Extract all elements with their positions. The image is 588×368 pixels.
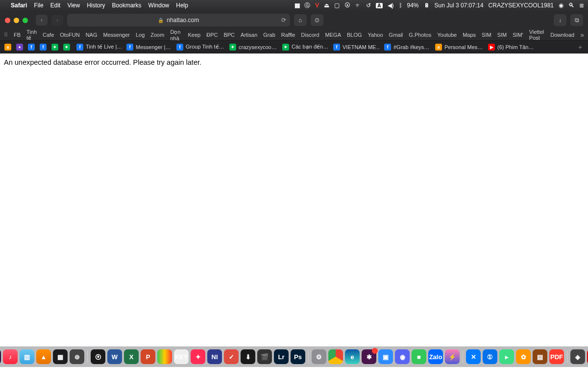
username[interactable]: CRAZYSEXYCOOL1981 <box>489 2 554 9</box>
pet-app[interactable]: ✿ <box>516 349 531 364</box>
fav-item[interactable]: Log <box>136 32 145 38</box>
fav-item[interactable]: Yahoo <box>368 32 383 38</box>
fav-item[interactable]: SIM <box>497 32 507 38</box>
db-app[interactable]: ▤ <box>533 349 547 364</box>
media-pause-icon[interactable]: ▮▮ <box>294 2 299 9</box>
back-button[interactable]: ‹ <box>36 15 48 26</box>
bookmark-item[interactable]: aPersonal Mes… <box>432 42 483 52</box>
address-bar[interactable]: 🔒 nhattao.com ⟳ <box>67 14 290 26</box>
zoom-app[interactable]: ▣ <box>378 349 393 364</box>
excel-app[interactable]: X <box>124 349 139 364</box>
fav-item[interactable]: FB <box>14 32 21 38</box>
close-window[interactable] <box>5 18 10 23</box>
bookmark-item[interactable]: ● <box>15 42 24 52</box>
android-app[interactable]: ▸ <box>499 349 514 364</box>
messenger-app[interactable]: ⚡ <box>445 349 460 364</box>
tv-app[interactable]: ▦ <box>53 349 68 364</box>
grammarly-icon[interactable]: Ⓖ <box>304 1 310 10</box>
ak-app[interactable]: ✦ <box>191 349 205 364</box>
premiere-app[interactable]: Pr <box>0 349 1 364</box>
music-app[interactable]: ♪ <box>3 349 18 364</box>
discord-app[interactable]: ◉ <box>395 349 410 364</box>
bluetooth-icon[interactable]: ᛒ <box>399 2 402 9</box>
new-tab-button[interactable]: + <box>575 42 585 52</box>
vlc-app[interactable]: ▲ <box>36 349 51 364</box>
bookmark-item[interactable]: a <box>3 42 13 52</box>
menu-window[interactable]: Window <box>148 2 170 9</box>
bookmark-item[interactable]: fTinh tế Live |… <box>74 42 122 52</box>
bookmark-item[interactable]: ✦ <box>50 42 60 52</box>
word-app[interactable]: W <box>107 349 122 364</box>
onepassword-app[interactable]: ⦿ <box>91 349 105 364</box>
todoist-app[interactable]: ✓ <box>224 349 239 364</box>
slack-app[interactable]: ✱ <box>362 349 376 364</box>
jdownloader-app[interactable]: ⬇ <box>241 349 255 364</box>
spotlight-icon[interactable]: 🔍︎ <box>568 2 574 9</box>
bookmark-item[interactable]: ✦Các bạn đến… <box>279 42 328 52</box>
fav-item[interactable]: MEGA <box>325 32 341 38</box>
fav-item[interactable]: SIM' <box>513 32 523 38</box>
fastuser-icon[interactable]: ◉ <box>559 2 564 9</box>
fav-item[interactable]: Dọn nhà <box>170 29 182 40</box>
reload-button[interactable]: ⟳ <box>281 17 286 24</box>
fav-item[interactable]: BLOG <box>347 32 362 38</box>
edge-app[interactable]: e <box>345 349 360 364</box>
menu-bookmarks[interactable]: Bookmarks <box>112 2 142 9</box>
v-icon[interactable]: V <box>315 2 319 9</box>
downloads-button[interactable]: ⊙ <box>311 14 323 26</box>
lightroom-app[interactable]: Lr <box>274 349 289 364</box>
menu-history[interactable]: History <box>87 2 105 9</box>
fav-item[interactable]: OtoFUN <box>60 32 79 38</box>
bookmark-item[interactable]: f <box>38 42 48 52</box>
fav-item[interactable]: Youtube <box>437 32 457 38</box>
colorpicker-app[interactable] <box>157 349 172 364</box>
folder-app[interactable]: ▥ <box>20 349 34 364</box>
fav-item[interactable]: Raffle <box>281 32 295 38</box>
forward-button[interactable]: › <box>51 15 63 26</box>
fav-item[interactable]: Artisan <box>241 32 257 38</box>
display-icon[interactable]: ▢ <box>334 2 340 9</box>
bookmark-item[interactable]: ✦crazysexycoo… <box>226 42 277 52</box>
fav-item[interactable]: ĐPC <box>206 32 218 38</box>
minimize-window[interactable] <box>14 18 19 23</box>
home-button[interactable]: ⌂ <box>294 14 307 26</box>
clapper-app[interactable]: 🎬 <box>257 349 272 364</box>
menu-help[interactable]: Help <box>176 2 188 9</box>
xa-app[interactable]: ✕ <box>466 349 481 364</box>
bookmark-item[interactable]: ✦ <box>62 42 72 52</box>
hotspot-icon[interactable]: ⦿ <box>344 2 350 9</box>
fav-item[interactable]: Viettel Post <box>529 29 544 40</box>
btt-app[interactable]: ⊚ <box>70 349 84 364</box>
app-name[interactable]: Safari <box>11 2 27 9</box>
facetime-app[interactable]: ■ <box>412 349 426 364</box>
fav-item[interactable]: Grab <box>263 32 275 38</box>
timemachine-icon[interactable]: ↺ <box>366 2 371 9</box>
tabs-button[interactable]: ⧉ <box>570 14 583 26</box>
systemprefs-app[interactable]: ⚙ <box>312 349 326 364</box>
bookmark-item[interactable]: fVIETNAM ME… <box>330 42 379 52</box>
controlcenter-icon[interactable]: ≣ <box>579 2 584 9</box>
zoom-window[interactable] <box>23 18 28 23</box>
bookmark-item[interactable]: fMessenger |… <box>123 42 172 52</box>
fav-item[interactable]: Download <box>550 32 574 38</box>
fav-item[interactable]: Maps <box>463 32 476 38</box>
fav-item[interactable]: G.Photos <box>409 32 431 38</box>
fav-item[interactable]: Zoom <box>150 32 164 38</box>
keyboard-app[interactable]: KEY <box>174 349 189 364</box>
menu-edit[interactable]: Edit <box>50 2 61 9</box>
fav-item[interactable]: BPC <box>223 32 235 38</box>
photoshop-app[interactable]: Ps <box>291 349 305 364</box>
fav-item[interactable]: Keep <box>188 32 200 38</box>
onepw-app[interactable]: ① <box>483 349 497 364</box>
favorites-more[interactable]: » <box>580 31 584 39</box>
wifi-icon[interactable]: ᯤ <box>355 2 361 9</box>
zalo-app[interactable]: Zalo <box>428 349 443 364</box>
fav-item[interactable]: Messenger <box>103 32 130 38</box>
powerpoint-app[interactable]: P <box>141 349 155 364</box>
menu-file[interactable]: File <box>34 2 43 9</box>
menu-view[interactable]: View <box>67 2 80 9</box>
fav-item[interactable]: Gmail <box>389 32 403 38</box>
favorites-grip[interactable]: ⠿ <box>4 32 8 38</box>
keyboard-icon[interactable]: A <box>376 3 382 8</box>
datetime[interactable]: Sun Jul 3 07:07:14 <box>435 2 484 9</box>
